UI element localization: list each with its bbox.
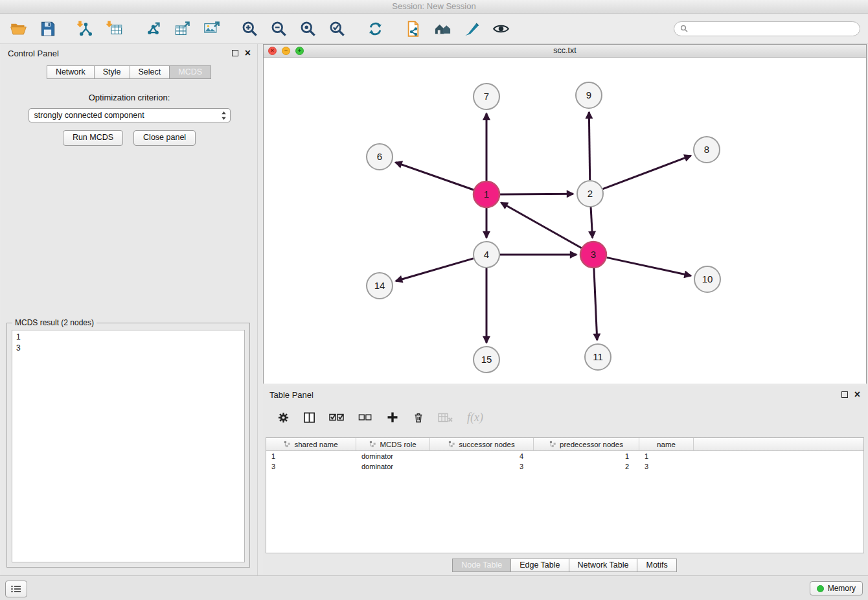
memory-label: Memory (828, 584, 856, 593)
column-header-predecessor-nodes[interactable]: predecessor nodes (534, 438, 639, 450)
graph-node-label: 8 (704, 144, 709, 155)
cell-successor-nodes: 3 (430, 463, 534, 470)
graph-edge-2-9[interactable] (589, 112, 589, 180)
graph-edge-3-10[interactable] (607, 257, 691, 275)
graph-edge-2-8[interactable] (603, 156, 691, 189)
delete-table-icon (438, 410, 453, 425)
memory-button[interactable]: Memory (810, 581, 863, 595)
zoom-in-icon[interactable] (239, 18, 260, 39)
search-input[interactable] (691, 23, 854, 34)
control-panel-tabs: Network Style Select MCDS (1, 65, 257, 79)
float-panel-icon[interactable] (232, 50, 238, 56)
column-header-filler (694, 438, 863, 450)
window-title: Session: New Session (392, 1, 475, 11)
graph-edge-3-11[interactable] (594, 268, 597, 340)
table-row[interactable]: 3 dominator 3 2 3 (266, 461, 863, 472)
close-table-panel-icon[interactable]: × (854, 391, 860, 398)
table-row[interactable]: 1 dominator 4 1 1 (266, 451, 863, 461)
refresh-view-icon[interactable] (365, 18, 385, 39)
mcds-result-group: MCDS result (2 nodes) 1 3 (6, 323, 250, 568)
tab-network[interactable]: Network (47, 65, 95, 79)
mcds-result-list[interactable]: 1 3 (12, 330, 245, 562)
tab-network-table[interactable]: Network Table (569, 559, 638, 572)
network-view-window: × − + scc.txt 7968124314101511 (263, 44, 867, 384)
close-panel-icon[interactable]: × (245, 49, 251, 56)
tab-node-table[interactable]: Node Table (452, 559, 511, 572)
column-type-icon (549, 441, 556, 448)
graph-edge-1-2[interactable] (500, 194, 573, 194)
apply-style-icon[interactable] (461, 18, 482, 39)
column-header-name[interactable]: name (639, 438, 694, 450)
graph-edge-4-14[interactable] (396, 259, 474, 281)
export-table-icon[interactable] (172, 18, 192, 39)
window-titlebar: Session: New Session (0, 0, 868, 14)
float-table-panel-icon[interactable] (841, 391, 848, 398)
save-session-icon[interactable] (37, 18, 58, 39)
new-network-from-selection-icon[interactable] (403, 18, 424, 39)
graph-edge-1-6[interactable] (396, 163, 474, 190)
tab-select[interactable]: Select (130, 65, 170, 79)
task-history-button[interactable] (5, 581, 27, 597)
show-columns-icon[interactable] (303, 410, 315, 425)
criterion-select[interactable]: strongly connected component (29, 108, 231, 122)
table-toolbar: f(x) (263, 402, 867, 426)
zoom-group (239, 18, 347, 39)
run-mcds-button[interactable]: Run MCDS (63, 130, 123, 146)
network-canvas-svg[interactable]: 7968124314101511 (264, 58, 866, 384)
column-type-icon (284, 441, 291, 448)
network-window-title: scc.txt (553, 46, 576, 55)
graph-node-label: 14 (374, 280, 385, 291)
cell-name: 1 (639, 452, 694, 460)
graph-node-label: 1 (484, 189, 489, 200)
table-header-row: shared name MCDS role successor nodes pr… (266, 438, 863, 451)
table-mode-gear-icon[interactable] (277, 410, 290, 425)
import-table-icon[interactable] (104, 18, 125, 39)
function-builder-icon: f(x) (467, 410, 483, 425)
column-header-successor-nodes[interactable]: successor nodes (430, 438, 534, 450)
search-field[interactable] (674, 21, 860, 36)
network-canvas[interactable]: 7968124314101511 (264, 58, 866, 384)
first-neighbors-icon[interactable] (432, 18, 453, 39)
graph-node-label: 9 (586, 89, 591, 100)
show-graphics-details-icon[interactable] (490, 18, 511, 39)
control-panel-title: Control Panel (1, 44, 257, 58)
tab-mcds[interactable]: MCDS (169, 65, 211, 79)
tab-style[interactable]: Style (94, 65, 130, 79)
open-file-icon[interactable] (8, 18, 29, 39)
minimize-window-icon[interactable]: − (282, 47, 290, 55)
task-list-icon (10, 584, 22, 594)
select-all-icon[interactable] (329, 410, 345, 425)
zoom-selected-icon[interactable] (326, 18, 347, 39)
maximize-window-icon[interactable]: + (295, 47, 304, 55)
delete-columns-icon[interactable] (413, 410, 424, 425)
graph-node-label: 6 (377, 151, 382, 162)
export-image-icon[interactable] (201, 18, 222, 39)
export-network-icon[interactable] (143, 18, 163, 39)
misc-group (403, 18, 511, 39)
column-header-shared-name[interactable]: shared name (266, 438, 356, 450)
cell-mcds-role: dominator (356, 452, 430, 460)
create-column-icon[interactable] (386, 410, 399, 425)
import-network-icon[interactable] (75, 18, 96, 39)
zoom-fit-icon[interactable] (297, 18, 318, 39)
main-toolbar (0, 14, 868, 44)
tab-motifs[interactable]: Motifs (637, 559, 676, 572)
mcds-result-line: 3 (16, 343, 240, 354)
column-label: shared name (294, 441, 337, 448)
column-header-mcds-role[interactable]: MCDS role (356, 438, 430, 450)
cell-successor-nodes: 4 (430, 452, 534, 460)
graph-node-label: 2 (588, 188, 593, 199)
close-panel-button[interactable]: Close panel (133, 130, 196, 146)
graph-edge-3-1[interactable] (501, 203, 582, 248)
table-panel: Table Panel × f(x) (263, 386, 867, 574)
combo-arrows-icon (221, 111, 227, 121)
search-icon (680, 25, 688, 32)
cell-name: 3 (639, 463, 694, 470)
network-window-titlebar[interactable]: × − + scc.txt (264, 45, 866, 58)
cell-predecessor-nodes: 1 (534, 452, 639, 460)
tab-edge-table[interactable]: Edge Table (510, 559, 569, 572)
graph-edge-2-3[interactable] (591, 207, 593, 238)
zoom-out-icon[interactable] (268, 18, 289, 39)
close-window-icon[interactable]: × (268, 47, 277, 55)
deselect-all-icon[interactable] (358, 410, 372, 425)
